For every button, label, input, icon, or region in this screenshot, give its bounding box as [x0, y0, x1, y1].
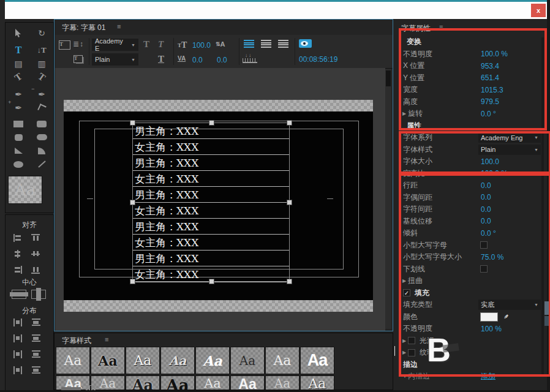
style-swatch[interactable]: Aa [126, 347, 160, 374]
canvas-text-line[interactable]: 女主角：XXX [133, 203, 289, 219]
prop-value[interactable]: 0.0 [481, 193, 491, 202]
prop-value[interactable]: 953.4 [481, 62, 499, 70]
distribute-left-button[interactable] [13, 318, 23, 329]
add-anchor-tool[interactable]: +✒ [9, 102, 28, 113]
fill-color-swatch[interactable] [480, 312, 498, 322]
align-right-button[interactable] [13, 265, 23, 276]
resize-handle[interactable] [287, 200, 292, 205]
style-swatch[interactable]: Aa [56, 347, 90, 374]
style-swatch[interactable]: Aa [126, 375, 160, 390]
prop-value[interactable]: 0.0 [481, 217, 491, 225]
selection-tool[interactable] [9, 28, 28, 39]
resize-handle[interactable] [209, 279, 214, 284]
resize-handle[interactable] [287, 120, 292, 126]
convert-anchor-tool[interactable] [32, 102, 51, 113]
fill-checkbox[interactable]: ✓ [403, 289, 410, 296]
rectangle-tool[interactable] [9, 118, 28, 129]
distribute-top-button[interactable] [31, 318, 41, 329]
fill-type-dropdown[interactable]: 实底▼ [478, 300, 541, 310]
prop-value[interactable]: 651.4 [481, 74, 499, 82]
pill-tool[interactable] [32, 132, 51, 143]
properties-panel-menu-icon[interactable]: ≡ [439, 23, 443, 31]
prop-value[interactable]: 100 % [481, 325, 502, 333]
style-swatch[interactable]: Aa [160, 347, 195, 374]
prop-value[interactable]: 100.0 % [481, 50, 508, 58]
align-left-button[interactable] [13, 233, 23, 244]
align-top-button[interactable] [31, 233, 41, 244]
ellipse-tool[interactable] [9, 159, 28, 170]
texture-checkbox[interactable] [408, 349, 415, 356]
prop-value[interactable]: 75.0 % [481, 253, 503, 262]
align-bottom-button[interactable] [31, 265, 41, 276]
collapse-triangle-icon[interactable]: ▼ [402, 374, 408, 379]
small-caps-checkbox[interactable] [480, 241, 488, 249]
new-title-button[interactable]: T [59, 40, 70, 50]
properties-scrollbar[interactable] [541, 37, 544, 374]
show-background-video-button[interactable] [299, 39, 312, 48]
resize-handle[interactable] [130, 200, 135, 205]
style-preview-swatch[interactable]: Aa [8, 176, 42, 204]
italic-button[interactable]: T [158, 39, 164, 50]
font-size-value[interactable]: 100.0 [192, 41, 211, 50]
style-swatch[interactable]: Aa [265, 347, 299, 374]
timecode-value[interactable]: 00:08:56:19 [299, 55, 337, 64]
align-left-text-button[interactable] [244, 40, 254, 48]
resize-handle[interactable] [130, 279, 135, 284]
canvas-text-line[interactable]: 男主角：XXX [133, 187, 289, 203]
vertical-type-tool[interactable]: ↓T [32, 45, 51, 56]
style-swatch[interactable]: Aa [300, 375, 334, 390]
align-center-text-button[interactable] [261, 40, 271, 48]
center-horizontal-button[interactable] [12, 290, 26, 301]
style-swatch[interactable]: Aa [195, 375, 230, 390]
type-tool[interactable]: T [9, 45, 28, 56]
arc-tool[interactable] [32, 145, 51, 156]
leading-value[interactable]: 0.0 [217, 56, 227, 64]
style-swatch[interactable]: Aa [300, 347, 334, 374]
expand-triangle-icon[interactable]: ▶ [402, 111, 408, 116]
canvas-vertical-scrollbar[interactable] [385, 69, 391, 329]
vertical-area-type-tool[interactable]: ▥ [32, 58, 51, 69]
underline-checkbox[interactable] [480, 265, 488, 273]
rotation-tool[interactable]: ↻ [32, 28, 51, 39]
clipped-rectangle-tool[interactable] [9, 132, 28, 143]
canvas-text-block[interactable]: 男主角：XXX女主角：XXX男主角：XXX女主角：XXX男主角：XXX女主角：X… [133, 123, 289, 282]
style-swatch[interactable]: Aa [91, 347, 125, 374]
center-vertical-button[interactable] [31, 290, 46, 301]
styles-panel-menu-icon[interactable]: ≡ [105, 336, 108, 343]
sheen-checkbox[interactable] [408, 337, 415, 344]
title-canvas[interactable]: 男主角：XXX女主角：XXX男主角：XXX女主角：XXX男主角：XXX女主角：X… [55, 68, 385, 331]
roll-crawl-button[interactable]: ≣↕ [73, 40, 84, 48]
resize-handle[interactable] [130, 120, 135, 126]
pen-tool[interactable]: ✒ [9, 89, 28, 100]
templates-button[interactable]: T [73, 55, 83, 63]
style-swatch[interactable]: Aa [91, 375, 125, 390]
distribute-h-even-button[interactable] [13, 366, 23, 377]
distribute-center-v-button[interactable] [13, 334, 23, 345]
text-selection-box[interactable]: 男主角：XXX女主角：XXX男主角：XXX女主角：XXX男主角：XXX女主角：X… [132, 123, 290, 282]
align-middle-button[interactable] [31, 249, 41, 260]
line-tool[interactable] [32, 159, 51, 170]
align-right-text-button[interactable] [278, 40, 288, 48]
kerning-value[interactable]: 0.0 [192, 56, 203, 64]
rounded-rectangle-tool[interactable] [32, 118, 51, 129]
style-swatch[interactable]: Aa [160, 375, 195, 390]
distribute-v-even-button[interactable] [31, 366, 41, 377]
style-swatch[interactable]: Aa [230, 375, 265, 390]
font-family-dropdown[interactable]: Academy Eng▼ [478, 132, 541, 143]
canvas-text-line[interactable]: 男主角：XXX [133, 251, 289, 266]
font-family-dropdown[interactable]: Academy E ▼ [92, 39, 138, 51]
prop-value[interactable]: 979.5 [481, 97, 499, 106]
prop-value[interactable]: 100.0 % [481, 169, 508, 178]
bold-button[interactable]: T [143, 39, 149, 50]
align-center-vertical-button[interactable] [13, 249, 23, 260]
close-button[interactable]: x [531, 4, 546, 17]
prop-value[interactable]: 0.0 ° [481, 110, 496, 118]
panel-menu-icon[interactable]: ≡ [117, 23, 121, 30]
expand-triangle-icon[interactable]: ▶ [402, 338, 408, 344]
resize-handle[interactable] [287, 279, 292, 284]
canvas-text-line[interactable]: 男主角：XXX [133, 155, 289, 171]
prop-value[interactable]: 0.0 ° [481, 229, 496, 238]
style-swatch[interactable]: Aa [265, 375, 299, 390]
prop-value[interactable]: 1015.3 [481, 86, 503, 94]
canvas-text-line[interactable]: 女主角：XXX [133, 235, 289, 251]
